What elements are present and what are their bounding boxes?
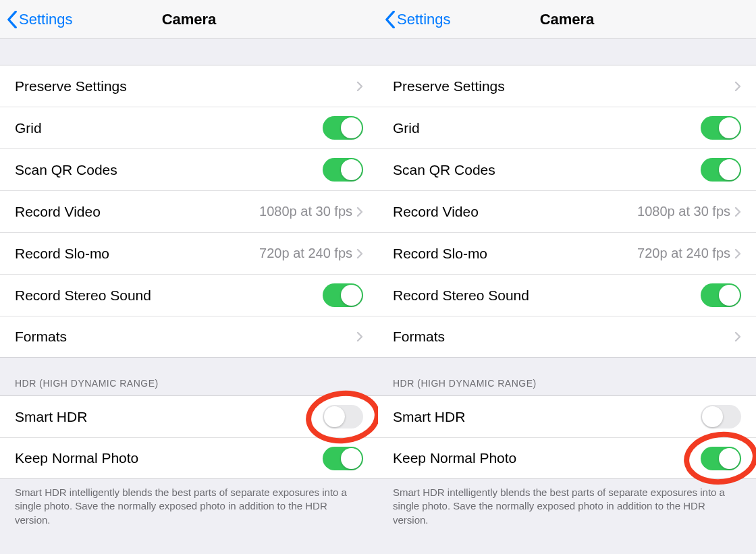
row-scan-qr[interactable]: Scan QR Codes — [0, 148, 378, 190]
toggle-keep-normal-photo[interactable] — [701, 447, 741, 470]
chevron-right-icon — [734, 81, 741, 92]
page-title: Camera — [162, 11, 217, 28]
row-label: Grid — [15, 120, 42, 136]
row-value: 1080p at 30 fps — [637, 204, 730, 219]
row-formats[interactable]: Formats — [378, 316, 756, 358]
nav-bar: Settings Camera — [378, 0, 756, 39]
right-screenshot: Settings Camera Preserve Settings Grid S… — [378, 0, 756, 554]
row-label: Formats — [393, 329, 445, 345]
row-label: Formats — [15, 329, 67, 345]
section-header-hdr: HDR (HIGH DYNAMIC RANGE) — [378, 358, 756, 395]
toggle-keep-normal-photo[interactable] — [323, 447, 363, 470]
section-footer-hdr: Smart HDR intelligently blends the best … — [0, 479, 378, 536]
chevron-right-icon — [734, 331, 741, 342]
row-label: Record Stereo Sound — [15, 287, 151, 304]
row-label: Scan QR Codes — [15, 162, 117, 178]
row-label: Preserve Settings — [15, 78, 127, 94]
toggle-grid[interactable] — [701, 116, 741, 140]
chevron-right-icon — [356, 331, 363, 342]
nav-bar: Settings Camera — [0, 0, 378, 39]
row-label: Smart HDR — [15, 409, 87, 425]
row-value: 720p at 240 fps — [637, 246, 730, 261]
row-label: Record Slo-mo — [393, 246, 487, 262]
chevron-right-icon — [356, 248, 363, 259]
section-gap — [0, 39, 378, 65]
row-formats[interactable]: Formats — [0, 316, 378, 358]
chevron-right-icon — [734, 206, 741, 217]
row-record-stereo[interactable]: Record Stereo Sound — [0, 274, 378, 316]
section-gap — [378, 39, 756, 65]
row-record-slomo[interactable]: Record Slo-mo 720p at 240 fps — [378, 232, 756, 274]
row-label: Record Stereo Sound — [393, 287, 529, 304]
row-smart-hdr[interactable]: Smart HDR — [378, 395, 756, 437]
settings-group-hdr: Smart HDR Keep Normal Photo — [378, 395, 756, 479]
row-preserve-settings[interactable]: Preserve Settings — [0, 65, 378, 107]
row-record-video[interactable]: Record Video 1080p at 30 fps — [0, 190, 378, 232]
row-label: Grid — [393, 120, 420, 136]
row-record-video[interactable]: Record Video 1080p at 30 fps — [378, 190, 756, 232]
toggle-stereo[interactable] — [701, 283, 741, 307]
row-scan-qr[interactable]: Scan QR Codes — [378, 148, 756, 190]
toggle-grid[interactable] — [323, 116, 363, 140]
row-label: Scan QR Codes — [393, 162, 495, 178]
row-label: Record Video — [393, 204, 479, 220]
row-label: Record Video — [15, 204, 101, 220]
row-grid[interactable]: Grid — [378, 107, 756, 148]
toggle-stereo[interactable] — [323, 283, 363, 307]
row-smart-hdr[interactable]: Smart HDR — [0, 395, 378, 437]
toggle-scan-qr[interactable] — [701, 158, 741, 182]
row-label: Keep Normal Photo — [15, 450, 138, 466]
settings-group-main: Preserve Settings Grid Scan QR Codes Rec… — [378, 65, 756, 358]
row-record-stereo[interactable]: Record Stereo Sound — [378, 274, 756, 316]
back-label: Settings — [19, 11, 73, 28]
row-preserve-settings[interactable]: Preserve Settings — [378, 65, 756, 107]
chevron-left-icon — [7, 11, 18, 28]
chevron-left-icon — [385, 11, 396, 28]
settings-group-main: Preserve Settings Grid Scan QR Codes Rec… — [0, 65, 378, 358]
row-value: 1080p at 30 fps — [259, 204, 352, 219]
chevron-right-icon — [356, 81, 363, 92]
row-label: Keep Normal Photo — [393, 450, 516, 466]
row-grid[interactable]: Grid — [0, 107, 378, 148]
row-record-slomo[interactable]: Record Slo-mo 720p at 240 fps — [0, 232, 378, 274]
left-screenshot: Settings Camera Preserve Settings Grid S… — [0, 0, 378, 554]
back-label: Settings — [397, 11, 451, 28]
back-button[interactable]: Settings — [7, 0, 73, 39]
chevron-right-icon — [734, 248, 741, 259]
chevron-right-icon — [356, 206, 363, 217]
row-value: 720p at 240 fps — [259, 246, 352, 261]
toggle-smart-hdr[interactable] — [323, 405, 363, 428]
settings-group-hdr: Smart HDR Keep Normal Photo — [0, 395, 378, 479]
row-keep-normal-photo[interactable]: Keep Normal Photo — [0, 437, 378, 479]
row-label: Smart HDR — [393, 409, 465, 425]
section-header-hdr: HDR (HIGH DYNAMIC RANGE) — [0, 358, 378, 395]
row-keep-normal-photo[interactable]: Keep Normal Photo — [378, 437, 756, 479]
toggle-scan-qr[interactable] — [323, 158, 363, 182]
row-label: Record Slo-mo — [15, 246, 109, 262]
row-label: Preserve Settings — [393, 78, 505, 94]
page-title: Camera — [540, 11, 595, 28]
section-footer-hdr: Smart HDR intelligently blends the best … — [378, 479, 756, 536]
toggle-smart-hdr[interactable] — [701, 405, 741, 428]
back-button[interactable]: Settings — [385, 0, 451, 39]
